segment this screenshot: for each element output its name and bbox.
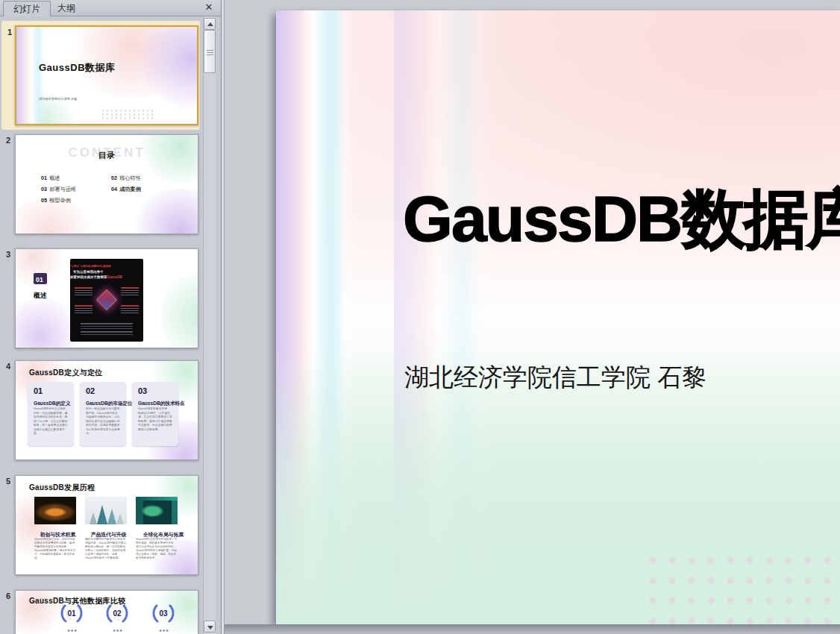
thumbnail-slide-3[interactable]: 01 概述 “云原生” 全面升级 软硬协同云数据库 华为云发布国内首个 软硬协同… (15, 248, 198, 348)
planet-image (34, 497, 76, 524)
badge-number: 01 (48, 609, 95, 618)
map-header (136, 497, 178, 500)
slide-editing-area: GaussDB数据库 湖北经济学院信工学院 石黎 (225, 0, 840, 634)
scrollbar-grip (207, 50, 213, 51)
poster-bottom-panel (81, 331, 133, 336)
thumb1-subtitle: 湖北经济学院信工学院 石黎 (39, 94, 131, 107)
arrow-shape (116, 514, 124, 524)
slide-subtitle-text[interactable]: 湖北经济学院信工学院 石黎 (404, 361, 706, 395)
panel-tab-bar: 幻灯片 大纲 ✕ (0, 0, 221, 16)
toc-label: 成功案例 (119, 186, 141, 192)
toc-label: 核心特性 (119, 175, 141, 181)
growth-arrows-image (85, 497, 127, 524)
toc-num: 01 (41, 175, 47, 181)
slide-number: 2 (6, 136, 10, 145)
tab-slides[interactable]: 幻灯片 (3, 1, 51, 16)
thumbnail-slide-6[interactable]: GaussDB与其他数据库比较 01 ★★★ 02 ★★★ (15, 590, 198, 634)
poster-callout (121, 287, 139, 296)
gradient-blob (161, 260, 198, 348)
rank-badge-3: 03 ★★★ (140, 604, 187, 634)
slide-title-text[interactable]: GaussDB数据库 (403, 176, 840, 263)
section-number: 01 (36, 276, 43, 283)
toc-label: 模型举例 (49, 198, 71, 204)
card-number: 01 (34, 386, 43, 395)
slide-number: 1 (7, 28, 12, 37)
thumb1-subtitle-text: 湖北经济学院信工学院 石黎 (39, 97, 78, 101)
poster-callout (75, 305, 93, 314)
poster-brand: GaussDB (107, 274, 122, 278)
toc-num: 04 (111, 186, 117, 192)
thumb4-title: GaussDB定义与定位 (29, 368, 103, 378)
badge-stars: ★★★ (48, 624, 95, 634)
card-title: GaussDB的定义 (34, 400, 71, 407)
badge-stars: ★★★ (140, 624, 187, 634)
close-panel-icon[interactable]: ✕ (203, 1, 215, 13)
card-number: 03 (138, 386, 147, 395)
thumbnail-slide-2[interactable]: CONTENT 目录 01概述 02核心特性 03部署与运维 04成功案例 05… (15, 134, 198, 234)
section-label: 概述 (34, 289, 50, 302)
thumb5-title: GaussDB发展历程 (29, 483, 95, 493)
toc-item: 05模型举例 (41, 195, 87, 208)
arrow-shape (107, 509, 116, 524)
dot-pattern (101, 109, 153, 122)
section-label-text: 概述 (34, 291, 47, 300)
thumbnail-slide-4[interactable]: GaussDB定义与定位 01 GaussDB的定义 GaussDB是华为自主研… (15, 360, 198, 460)
card-body: GaussDB是华为自主研发的新一代企业级数据库，兼容开源协议与SQL标准，提供… (34, 407, 68, 436)
poster-callout (121, 305, 139, 314)
definition-card: 01 GaussDB的定义 GaussDB是华为自主研发的新一代企业级数据库，兼… (28, 382, 74, 446)
gradient-blob (142, 25, 198, 116)
scrollbar-thumb[interactable] (204, 30, 216, 73)
poster-bottom-panel (81, 323, 133, 329)
scroll-up-arrow[interactable] (204, 18, 216, 30)
toc-num: 05 (41, 198, 47, 204)
badge-number: 02 (94, 609, 140, 618)
scroll-down-arrow[interactable] (204, 621, 216, 633)
badge-number: 03 (140, 609, 187, 618)
thumbnail-scrollbar[interactable] (203, 16, 216, 634)
toc-label: 部署与运维 (49, 186, 76, 192)
slide-number: 5 (6, 477, 10, 486)
section-number-box: 01 (34, 273, 47, 284)
thumb2-title: 目录 (16, 150, 198, 161)
card-body: GaussDB具备兼容开源MySQL的特性、高扩展性强、安全性等方面提供了优势支… (138, 407, 172, 431)
thumbnail-slide-1[interactable]: GaussDB数据库 湖北经济学院信工学院 石黎 (15, 25, 198, 125)
thumb1-title: GaussDB数据库 (39, 61, 116, 75)
slide-thumbnail-panel: 幻灯片 大纲 ✕ 1 GaussDB数据库 湖北经济学院信工学院 石黎 2 CO… (0, 0, 221, 634)
toc-item: 04成功案例 (111, 183, 160, 197)
badge-stars: ★★★ (94, 624, 140, 634)
slide-number: 4 (6, 362, 10, 371)
positioning-card: 02 GaussDB的市场定位 作为一款企业级分布式数据库产品，GaussDB于… (80, 382, 126, 446)
toc-num: 02 (111, 175, 117, 181)
card-title: GaussDB的技术特点 (138, 400, 185, 407)
poster-callout (75, 287, 93, 296)
history-card-body: GaussDB不仅在国内市场取得了亮眼的成绩，还积极布局海外市场，通过与全球众多… (136, 537, 198, 575)
tab-outline[interactable]: 大纲 (48, 1, 85, 16)
thumbnail-slide-5[interactable]: GaussDB发展历程 初创与技术积累 产品迭代与升级 全球化布局与拓展 Gau… (15, 475, 198, 575)
thumbnail-list: 1 GaussDB数据库 湖北经济学院信工学院 石黎 2 CONTENT 目录 … (0, 16, 203, 634)
card-body: 作为一款企业级分布式数据库产品，GaussDB于政企与金融市场表现突出，可以满足… (86, 407, 120, 436)
arrow-shape (90, 512, 97, 524)
dot-pattern (643, 550, 840, 624)
slide-number: 3 (6, 250, 10, 259)
aurora-stripes (16, 27, 45, 124)
gaussdb-launch-poster-image: “云原生” 全面升级 软硬协同云数据库 华为云发布国内首个 软硬协同全栈自主数据… (70, 259, 143, 342)
arrow-shape (97, 505, 107, 524)
rank-badge-1: 01 ★★★ (48, 604, 95, 634)
bottom-shadow-strip (225, 624, 840, 634)
toc-label: 概述 (49, 175, 60, 181)
card-number: 02 (86, 386, 95, 395)
toc-num: 03 (41, 186, 47, 192)
slide-number: 6 (6, 591, 10, 600)
slide-canvas[interactable]: GaussDB数据库 湖北经济学院信工学院 石黎 (276, 10, 840, 624)
features-card: 03 GaussDB的技术特点 GaussDB具备兼容开源MySQL的特性、高扩… (132, 382, 178, 446)
card-title: GaussDB的市场定位 (86, 400, 133, 407)
global-map-image (136, 497, 178, 524)
rank-badge-2: 02 ★★★ (94, 604, 140, 634)
